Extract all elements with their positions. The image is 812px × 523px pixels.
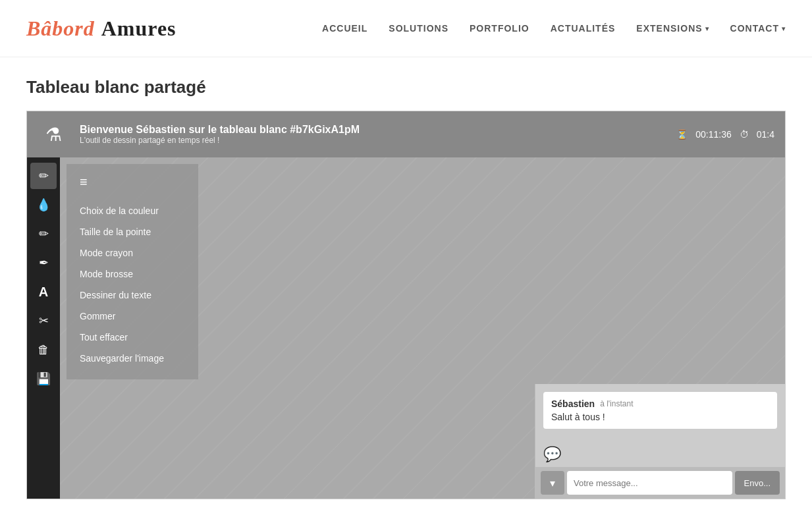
- chat-message-text: Salut à tous !: [551, 412, 769, 422]
- timer1-value: 00:11:36: [695, 129, 732, 140]
- chat-username: Sébastien: [551, 399, 595, 409]
- pencil-tool-btn[interactable]: ✏: [30, 163, 57, 189]
- timer2-icon: ⏱: [740, 129, 749, 140]
- delete-tool-btn[interactable]: 🗑: [30, 337, 57, 363]
- chat-message: Sébastien à l'instant Salut à tous !: [543, 392, 777, 429]
- wb-chat-panel: Sébastien à l'instant Salut à tous ! 💬 ▾…: [535, 384, 785, 499]
- chat-bubble-icon: 💬: [543, 446, 561, 463]
- nav-portfolio[interactable]: PORTFOLIO: [470, 23, 529, 34]
- text-tool-btn[interactable]: A: [30, 279, 57, 305]
- page-title: Tableau blanc partagé: [26, 77, 786, 97]
- chat-time: à l'instant: [600, 399, 633, 408]
- nav-accueil[interactable]: ACCUEIL: [322, 23, 367, 34]
- menu-item-color[interactable]: Choix de la couleur: [80, 200, 185, 221]
- extensions-caret-icon: ▾: [705, 25, 709, 32]
- chat-msg-header: Sébastien à l'instant: [551, 399, 769, 409]
- wb-subtitle: L'outil de dessin partagé en temps réel …: [80, 136, 666, 145]
- color-tool-btn[interactable]: 💧: [30, 192, 57, 218]
- menu-item-sauvegarder[interactable]: Sauvegarder l'image: [80, 348, 185, 369]
- timer1-icon: ⏳: [676, 129, 688, 140]
- chat-icon-row: 💬: [535, 442, 785, 467]
- contact-caret-icon: ▾: [782, 25, 786, 32]
- whiteboard-container: ⚗ Bienvenue Sébastien sur le tableau bla…: [26, 111, 786, 499]
- menu-item-texte[interactable]: Dessiner du texte: [80, 285, 185, 306]
- chat-send-button[interactable]: Envo...: [735, 471, 780, 495]
- nav-contact[interactable]: CONTACT ▾: [730, 23, 786, 34]
- nav-solutions[interactable]: SOLUTIONS: [389, 23, 448, 34]
- wb-timers: ⏳ 00:11:36 ⏱ 01:4: [676, 129, 774, 140]
- logo[interactable]: Bâbord Amures: [26, 16, 176, 41]
- eraser-tool-btn[interactable]: ✂: [30, 308, 57, 334]
- page-content: Tableau blanc partagé ⚗ Bienvenue Sébast…: [0, 57, 812, 519]
- menu-item-crayon[interactable]: Mode crayon: [80, 242, 185, 263]
- wb-menu: ≡ Choix de la couleur Taille de la point…: [67, 164, 198, 379]
- nav-extensions[interactable]: EXTENSIONS ▾: [636, 23, 709, 34]
- wb-canvas[interactable]: ≡ Choix de la couleur Taille de la point…: [60, 157, 785, 499]
- chat-input-row: ▾ Envo...: [535, 467, 785, 499]
- timer2-value: 01:4: [757, 129, 774, 140]
- menu-item-size[interactable]: Taille de la pointe: [80, 221, 185, 242]
- wb-title: Bienvenue Sébastien sur le tableau blanc…: [80, 124, 666, 136]
- nav-actualites[interactable]: ACTUALITÉS: [551, 23, 616, 34]
- chat-message-input[interactable]: [567, 471, 732, 495]
- wb-app-icon: ⚗: [38, 119, 69, 150]
- pen-tool-btn[interactable]: ✒: [30, 250, 57, 276]
- main-nav: ACCUEIL SOLUTIONS PORTFOLIO ACTUALITÉS E…: [322, 23, 786, 34]
- menu-item-effacer[interactable]: Tout effacer: [80, 327, 185, 348]
- menu-hamburger-icon[interactable]: ≡: [80, 175, 185, 190]
- site-header: Bâbord Amures ACCUEIL SOLUTIONS PORTFOLI…: [0, 0, 812, 57]
- chat-messages: Sébastien à l'instant Salut à tous !: [535, 384, 785, 442]
- wb-toolbar: ✏ 💧 ✏ ✒ A ✂ 🗑 💾: [27, 157, 60, 499]
- chat-scroll-down-button[interactable]: ▾: [541, 471, 564, 495]
- wb-body: ✏ 💧 ✏ ✒ A ✂ 🗑 💾 ≡ Choix de la couleur Ta…: [27, 157, 785, 499]
- pencil2-tool-btn[interactable]: ✏: [30, 221, 57, 247]
- wb-header-text: Bienvenue Sébastien sur le tableau blanc…: [80, 124, 666, 145]
- menu-item-gommer[interactable]: Gommer: [80, 306, 185, 327]
- menu-item-brosse[interactable]: Mode brosse: [80, 263, 185, 285]
- wb-header: ⚗ Bienvenue Sébastien sur le tableau bla…: [27, 111, 785, 157]
- logo-babord: Bâbord: [26, 16, 95, 40]
- logo-amures: Amures: [101, 16, 176, 40]
- save-tool-btn[interactable]: 💾: [30, 366, 57, 392]
